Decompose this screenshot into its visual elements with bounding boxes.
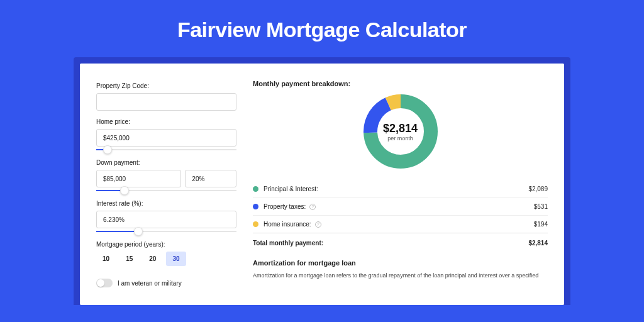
legend-value: $194 — [534, 221, 548, 228]
slider-thumb[interactable] — [120, 186, 129, 195]
down-percent-input[interactable] — [185, 170, 236, 187]
donut-center: $2,814 per month — [363, 94, 438, 169]
calculator-card: Property Zip Code: Home price: Down paym… — [80, 64, 564, 305]
slider-fill — [96, 231, 138, 232]
amort-text: Amortization for a mortgage loan refers … — [253, 272, 548, 280]
term-button-15[interactable]: 15 — [119, 252, 139, 266]
term-button-10[interactable]: 10 — [96, 252, 116, 266]
price-label: Home price: — [96, 118, 236, 125]
legend-label: Home insurance: — [264, 221, 311, 228]
legend-row: Property taxes:?$531 — [253, 198, 548, 216]
zip-label: Property Zip Code: — [96, 82, 236, 89]
down-label: Down payment: — [96, 159, 236, 166]
slider-track — [96, 149, 236, 150]
legend-value: $2,089 — [528, 186, 548, 192]
total-value: $2,814 — [528, 240, 548, 247]
results-column: Monthly payment breakdown: $2,814 per mo… — [250, 80, 564, 305]
donut-wrap: $2,814 per month — [253, 94, 548, 169]
rate-input[interactable] — [96, 211, 236, 228]
rate-slider[interactable] — [96, 227, 236, 236]
total-row: Total monthly payment: $2,814 — [253, 233, 548, 255]
term-button-20[interactable]: 20 — [143, 252, 162, 266]
legend: Principal & Interest:$2,089Property taxe… — [253, 180, 548, 233]
page-title: Fairview Mortgage Calculator — [0, 18, 644, 42]
legend-row: Principal & Interest:$2,089 — [253, 180, 548, 198]
donut-sub: per month — [387, 135, 413, 142]
card-shadow: Property Zip Code: Home price: Down paym… — [74, 57, 570, 305]
price-slider[interactable] — [96, 145, 236, 154]
term-label: Mortgage period (years): — [96, 241, 236, 248]
term-button-30[interactable]: 30 — [166, 252, 186, 266]
form-column: Property Zip Code: Home price: Down paym… — [96, 80, 250, 305]
donut-chart: $2,814 per month — [363, 94, 438, 169]
veteran-row: I am veteran or military — [96, 279, 236, 287]
legend-label: Principal & Interest: — [264, 186, 318, 192]
donut-value: $2,814 — [383, 122, 418, 135]
slider-thumb[interactable] — [134, 227, 143, 236]
term-buttons: 10152030 — [96, 252, 236, 266]
legend-label: Property taxes: — [264, 203, 306, 210]
down-slider[interactable] — [96, 186, 236, 195]
info-icon[interactable]: ? — [315, 221, 321, 228]
info-icon[interactable]: ? — [309, 204, 316, 210]
veteran-label: I am veteran or military — [118, 280, 182, 287]
down-row — [96, 170, 236, 187]
breakdown-title: Monthly payment breakdown: — [253, 80, 548, 87]
total-label: Total monthly payment: — [253, 240, 323, 247]
legend-dot — [253, 221, 258, 227]
legend-row: Home insurance:?$194 — [253, 216, 548, 233]
veteran-toggle[interactable] — [96, 279, 113, 287]
slider-thumb[interactable] — [103, 145, 112, 154]
rate-label: Interest rate (%): — [96, 200, 236, 207]
price-input[interactable] — [96, 129, 236, 147]
hero: Fairview Mortgage Calculator — [0, 0, 644, 57]
zip-input[interactable] — [96, 93, 236, 111]
amort-title: Amortization for mortgage loan — [253, 259, 548, 267]
legend-dot — [253, 186, 258, 192]
legend-value: $531 — [534, 203, 548, 210]
down-amount-input[interactable] — [96, 170, 181, 187]
legend-dot — [253, 204, 258, 209]
